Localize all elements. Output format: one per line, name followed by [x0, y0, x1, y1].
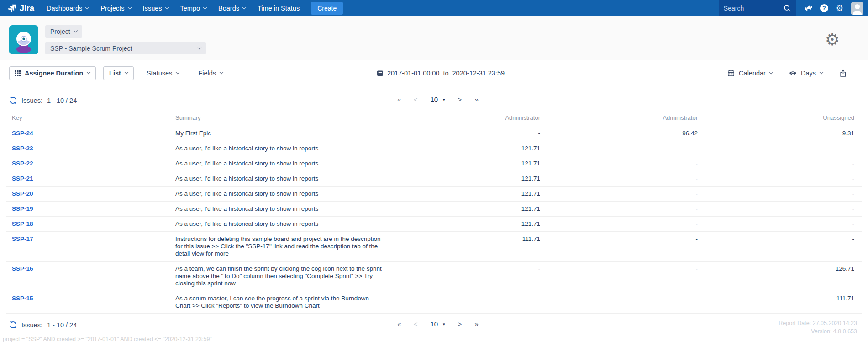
chevron-down-icon — [769, 70, 773, 74]
page-prev-button[interactable]: < — [414, 320, 418, 328]
summary-cell: As a team, we can finish the sprint by c… — [169, 262, 383, 291]
unit-label: Days — [801, 69, 816, 77]
gear-icon[interactable]: ⚙ — [836, 4, 843, 12]
issue-key-link[interactable]: SSP-23 — [12, 145, 33, 152]
page-size-value: 10 — [430, 320, 438, 328]
navbar-item-projects[interactable]: Projects — [95, 0, 137, 16]
table-row: SSP-24My First Epic-96.429.31 — [6, 126, 862, 141]
navbar-item-tempo[interactable]: Tempo — [174, 0, 213, 16]
date-range-picker[interactable]: 2017-01-01 00:00 to 2020-12-31 23:59 — [376, 69, 505, 77]
issues-label: Issues: — [21, 97, 42, 104]
duration-value-cell: - — [698, 232, 862, 262]
page-last-button[interactable]: » — [474, 96, 478, 103]
statuses-label: Statuses — [147, 69, 172, 77]
statuses-dropdown[interactable]: Statuses — [147, 69, 179, 77]
duration-value-cell: - — [540, 232, 698, 262]
navbar-item-label: Boards — [218, 5, 239, 12]
navbar-item-issues[interactable]: Issues — [137, 0, 174, 16]
date-from: 2017-01-01 00:00 — [387, 69, 440, 77]
search-box[interactable] — [719, 0, 796, 16]
refresh-icon[interactable] — [9, 96, 17, 104]
page-size-select[interactable]: 10 ▾ — [430, 320, 445, 328]
create-button[interactable]: Create — [311, 2, 343, 15]
key-cell: SSP-22 — [6, 156, 169, 171]
issue-key-link[interactable]: SSP-21 — [12, 175, 33, 182]
duration-value-cell: 126.71 — [698, 262, 862, 291]
key-cell: SSP-19 — [6, 202, 169, 217]
calendar-type-dropdown[interactable]: Calendar — [727, 69, 773, 77]
page-next-button[interactable]: > — [458, 96, 462, 103]
duration-value-cell: - — [698, 171, 862, 187]
duration-value-cell: - — [383, 291, 540, 314]
issue-summary: As a team, we can finish the sprint by c… — [175, 265, 383, 287]
page-prev-button[interactable]: < — [414, 96, 418, 103]
project-selector-column: Project SSP - Sample Scrum Project — [45, 25, 206, 54]
eye-icon — [789, 70, 797, 76]
summary-cell: As a user, I'd like a historical story t… — [169, 171, 383, 187]
calendar-minus-icon — [376, 69, 384, 77]
duration-value-cell: 9.31 — [698, 126, 862, 141]
calendar-icon — [727, 69, 735, 77]
navbar-item-label: Dashboards — [47, 5, 82, 12]
issue-key-link[interactable]: SSP-15 — [12, 295, 33, 302]
fields-label: Fields — [198, 69, 216, 77]
issue-summary: As a user, I'd like a historical story t… — [175, 205, 383, 213]
navbar-item-dashboards[interactable]: Dashboards — [41, 0, 95, 16]
page-first-button[interactable]: « — [397, 320, 400, 328]
scope-dropdown-button[interactable]: Project — [45, 25, 82, 38]
report-date: Report Date: 27.05.2020 14:23 — [779, 319, 857, 327]
user-avatar[interactable] — [851, 2, 863, 15]
help-icon[interactable]: ? — [820, 4, 828, 12]
date-to: 2020-12-31 23:59 — [452, 69, 505, 77]
column-header-unassigned: Unassigned — [698, 111, 862, 126]
issue-key-link[interactable]: SSP-22 — [12, 160, 33, 167]
chevron-down-icon — [242, 5, 246, 9]
pagination-bottom: « < 10 ▾ > » — [397, 320, 478, 328]
refresh-icon[interactable] — [9, 321, 17, 329]
duration-value-cell: - — [540, 156, 698, 171]
navbar-item-time-in-status[interactable]: Time in Status — [252, 0, 305, 16]
issue-key-link[interactable]: SSP-18 — [12, 220, 33, 227]
fields-dropdown[interactable]: Fields — [198, 69, 223, 77]
issue-key-link[interactable]: SSP-20 — [12, 190, 33, 197]
page-size-select[interactable]: 10 ▾ — [430, 96, 445, 103]
duration-value-cell: 121.71 — [383, 187, 540, 202]
jira-logo[interactable]: Jira — [7, 4, 34, 13]
jql-query-link[interactable]: project = "SSP" AND created >= "2017-01-… — [3, 336, 212, 342]
issue-key-link[interactable]: SSP-19 — [12, 205, 33, 212]
megaphone-icon[interactable] — [804, 4, 812, 13]
report-type-dropdown[interactable]: Assignee Duration — [9, 66, 96, 80]
duration-value-cell: - — [698, 217, 862, 232]
issue-key-link[interactable]: SSP-24 — [12, 130, 33, 137]
page-next-button[interactable]: > — [458, 320, 462, 328]
search-input[interactable] — [724, 5, 784, 12]
issue-key-link[interactable]: SSP-16 — [12, 265, 33, 272]
report-toolbar: Assignee Duration List Statuses Fields 2… — [0, 60, 868, 89]
unit-dropdown[interactable]: Days — [789, 69, 823, 77]
duration-value-cell: 121.71 — [383, 171, 540, 187]
page-first-button[interactable]: « — [397, 96, 400, 103]
issue-key-link[interactable]: SSP-17 — [12, 235, 33, 242]
calendar-type-label: Calendar — [739, 69, 766, 77]
export-icon[interactable] — [839, 69, 847, 77]
issues-label: Issues: — [21, 321, 42, 329]
table-header-row: KeySummaryAdministratorAdministratorUnas… — [6, 111, 862, 126]
issue-summary: As a scrum master, I can see the progres… — [175, 295, 383, 310]
project-header: Project SSP - Sample Scrum Project ⚙ — [0, 16, 868, 60]
issues-bar-top: Issues: 1 - 10 / 24 « < 10 ▾ > » — [0, 89, 868, 110]
page-last-button[interactable]: » — [474, 320, 478, 328]
column-header-key: Key — [6, 111, 169, 126]
duration-value-cell: 121.71 — [383, 156, 540, 171]
view-mode-dropdown[interactable]: List — [103, 66, 134, 80]
chevron-down-icon — [176, 70, 179, 74]
search-icon[interactable] — [784, 5, 791, 12]
top-navbar: Jira DashboardsProjectsIssuesTempoBoards… — [0, 0, 868, 16]
project-select[interactable]: SSP - Sample Scrum Project — [45, 42, 206, 54]
project-avatar[interactable] — [9, 25, 38, 54]
settings-gear-icon[interactable]: ⚙ — [825, 32, 840, 54]
chevron-down-icon — [127, 5, 131, 9]
navbar-item-boards[interactable]: Boards — [212, 0, 252, 16]
chevron-down-icon — [87, 70, 90, 74]
summary-cell: Instructions for deleting this sample bo… — [169, 232, 383, 262]
issue-summary: As a user, I'd like a historical story t… — [175, 190, 383, 198]
